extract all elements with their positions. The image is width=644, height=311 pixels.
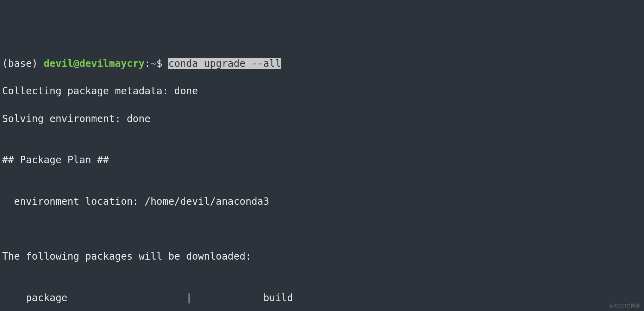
prompt-dollar: $ [156, 58, 168, 69]
prompt-user: devil@devilmaycry [44, 58, 145, 69]
output-env-location: environment location: /home/devil/anacon… [2, 195, 642, 208]
output-collecting: Collecting package metadata: done [2, 84, 642, 98]
watermark: @51CTO博客 [610, 303, 640, 310]
prompt-line[interactable]: (base) devil@devilmaycry:~$ conda upgrad… [2, 57, 642, 70]
output-download-header: The following packages will be downloade… [2, 249, 642, 263]
output-solving: Solving environment: done [2, 112, 642, 126]
prompt-colon: : [145, 58, 151, 69]
table-header: package | build [2, 291, 642, 305]
prompt-base: (base) [2, 58, 44, 69]
prompt-path: ~ [150, 58, 156, 69]
command-text[interactable]: conda upgrade --all [168, 58, 281, 69]
output-plan-header: ## Package Plan ## [2, 153, 642, 167]
